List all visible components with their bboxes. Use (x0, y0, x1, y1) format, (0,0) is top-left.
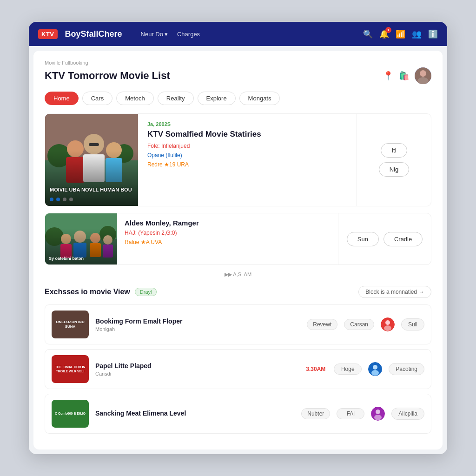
list-info-1: Bookimg Form Emalt Floper Monigah (95, 317, 300, 332)
secondary-title: Aldes Monley, Ramger (125, 219, 331, 227)
list-tag-1b[interactable]: Carsan (344, 319, 374, 330)
nav-item-neurdo[interactable]: Neur Do ▾ (137, 29, 172, 40)
info-icon[interactable]: ℹ️ (428, 29, 438, 39)
featured-meta: Fole: Inflelanjued (147, 143, 347, 149)
dot-1[interactable] (50, 198, 53, 201)
featured-title: KTV Somalfied Movie Statiries (147, 130, 347, 139)
section-link[interactable]: Block is a monnatied → (358, 286, 431, 298)
page-header-icons: 📍 🛍️ (383, 67, 431, 84)
main-content: Moville Fullbooking KTV Tomorrow Movie L… (33, 51, 443, 450)
tab-metoch[interactable]: Metoch (116, 92, 154, 105)
section-badge[interactable]: Drayl (135, 288, 157, 296)
list-action-btn-3[interactable]: Alicpilia (391, 408, 424, 420)
list-thumb-3: C Comb000 B DILIO (52, 400, 89, 428)
app-brand: BoySfallChere (65, 29, 122, 39)
featured-info: Ja, 2002S KTV Somalfied Movie Statiries … (138, 114, 357, 206)
notification-badge: 1 (385, 27, 391, 33)
tab-mongats[interactable]: Mongats (239, 92, 280, 105)
dot-3[interactable] (63, 198, 66, 201)
list-thumb-image-1: ONLEOZON IND SUNA (52, 311, 89, 338)
featured-badge: Ja, 2002S (147, 121, 347, 127)
dot-2[interactable] (56, 198, 60, 201)
secondary-meta: HAJ: (Yapesin 2,G:0) (125, 230, 331, 236)
secondary-action-btn-1[interactable]: Sun (347, 232, 379, 246)
section-link-text: Block is a monnatied (365, 289, 417, 295)
list-time-2: 3.30AM (304, 366, 327, 372)
list-title-1: Bookimg Form Emalt Floper (95, 317, 300, 325)
list-title-2: Papel Litte Plaped (95, 362, 298, 370)
carousel-dots (50, 194, 73, 201)
user-avatar[interactable] (415, 67, 431, 84)
list-title-3: Sancking Meat Elimena Level (95, 410, 295, 417)
featured-action-btn-2[interactable]: Nlg (379, 162, 410, 177)
notification-icon[interactable]: 🔔 1 (379, 29, 389, 39)
tab-explore[interactable]: Explore (198, 92, 236, 105)
secondary-movie-card: Sy oatebini baton Aldes Monley, Ramger H… (45, 213, 431, 265)
svg-point-31 (371, 370, 379, 376)
svg-point-28 (384, 325, 391, 331)
users-icon[interactable]: 👥 (412, 29, 422, 39)
secondary-rating: Ralue ★A UVA (125, 239, 331, 245)
bag-icon[interactable]: 🛍️ (399, 71, 409, 81)
search-icon[interactable]: 🔍 (363, 29, 373, 39)
breadcrumb: Moville Fullbooking (45, 60, 431, 66)
list-info-3: Sancking Meat Elimena Level (95, 410, 295, 418)
pagination-text: ▶▶ A,S: AM (225, 271, 251, 278)
list-thumb-image-3: C Comb000 B DILIO (52, 400, 89, 428)
tab-reality[interactable]: Reality (158, 92, 194, 105)
dot-4[interactable] (69, 198, 73, 201)
list-tag-1a[interactable]: Revewt (307, 319, 337, 330)
svg-point-33 (376, 410, 380, 414)
featured-actions: Iti Nlg (357, 114, 431, 206)
location-icon[interactable]: 📍 (383, 71, 393, 81)
secondary-poster: Sy oatebini baton (45, 213, 117, 264)
list-tag-2a[interactable]: Hoge (334, 364, 362, 375)
svg-point-27 (385, 320, 390, 325)
featured-action-btn-1[interactable]: Iti (381, 143, 407, 158)
app-logo: KTV (38, 29, 58, 39)
secondary-info: Aldes Monley, Ramger HAJ: (Yapesin 2,G:0… (117, 213, 338, 264)
category-tabs: Home Cars Metoch Reality Explore Mongats (45, 92, 431, 105)
wifi-icon: 📶 (396, 29, 405, 39)
section-header: Exchsses io movie View Drayl Block is a … (45, 286, 431, 298)
pagination-bar: ▶▶ A,S: AM (45, 271, 431, 278)
list-item-3: C Comb000 B DILIO Sancking Meat Elimena … (45, 394, 431, 434)
list-item-2: THE IOMAL HOR IN TROILE WLR VELI Papel L… (45, 349, 431, 389)
svg-point-30 (373, 365, 377, 370)
navbar: KTV BoySfallChere Neur Do ▾ Charges 🔍 🔔 … (29, 22, 447, 46)
featured-movie-card: MOIVIE UBA NOVLL HUMAN BOU Ja, 2002S KTV… (45, 113, 431, 206)
secondary-actions: Sun Cradle (338, 213, 431, 264)
svg-point-34 (374, 415, 382, 420)
list-tag-3a[interactable]: Nubter (301, 408, 330, 419)
list-info-2: Papel Litte Plaped Cansdi (95, 362, 298, 377)
svg-point-1 (420, 70, 426, 77)
list-avatar-2 (368, 362, 382, 376)
list-thumb-2: THE IOMAL HOR IN TROILE WLR VELI (52, 355, 89, 383)
secondary-poster-text: Sy oatebini baton (49, 256, 84, 261)
featured-poster: MOIVIE UBA NOVLL HUMAN BOU (45, 114, 138, 206)
list-subtitle-1: Monigah (95, 326, 300, 332)
list-item-1: ONLEOZON IND SUNA Bookimg Form Emalt Flo… (45, 304, 431, 344)
app-window: KTV BoySfallChere Neur Do ▾ Charges 🔍 🔔 … (29, 22, 447, 454)
section-link-arrow: → (419, 289, 424, 295)
list-thumb-image-2: THE IOMAL HOR IN TROILE WLR VELI (52, 355, 89, 383)
page-header: KTV Tomorrow Movie List 📍 🛍️ (45, 67, 431, 84)
featured-rating: Redre ★19 URA (147, 161, 347, 168)
tab-home[interactable]: Home (45, 92, 79, 105)
navbar-menu: Neur Do ▾ Charges (137, 29, 356, 40)
section-title: Exchsses io movie View (45, 288, 130, 296)
navbar-icons: 🔍 🔔 1 📶 👥 ℹ️ (363, 29, 438, 39)
list-action-btn-1[interactable]: Sull (401, 318, 424, 331)
list-avatar-3 (371, 407, 385, 421)
featured-genre: Opane (Ilulile) (147, 152, 347, 159)
list-subtitle-2: Cansdi (95, 371, 298, 377)
list-avatar-1 (381, 317, 395, 331)
secondary-action-btn-2[interactable]: Cradle (383, 232, 423, 246)
page-title: KTV Tomorrow Movie List (45, 70, 170, 82)
featured-poster-text: MOIVIE UBA NOVLL HUMAN BOU (50, 186, 132, 193)
list-action-btn-2[interactable]: Pacoting (389, 363, 424, 375)
list-tag-3b[interactable]: FAl (337, 408, 364, 419)
nav-item-charges[interactable]: Charges (173, 29, 204, 40)
section-title-group: Exchsses io movie View Drayl (45, 288, 157, 296)
tab-cars[interactable]: Cars (82, 92, 112, 105)
